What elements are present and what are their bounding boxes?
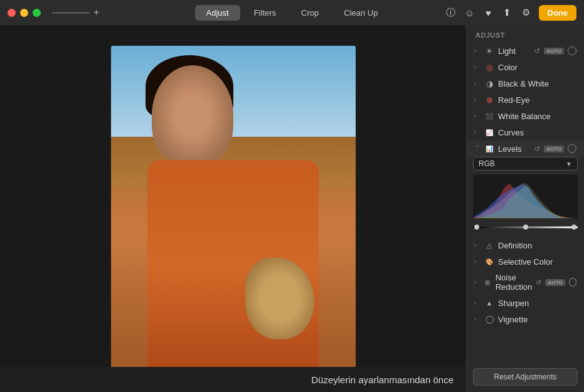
selective-color-label: Selective Color — [498, 257, 576, 267]
light-label: Light — [498, 46, 531, 56]
minimize-button[interactable] — [20, 9, 28, 17]
bw-icon: ◑ — [484, 79, 494, 88]
photo-area — [0, 25, 466, 392]
adjust-item-bw[interactable]: › ◑ Black & White — [467, 75, 584, 92]
nav-tabs: Adjust Filters Crop Clean Up — [195, 5, 390, 21]
chevron-right-icon: › — [474, 80, 480, 87]
adjust-item-sharpen[interactable]: › ▲ Sharpen — [467, 295, 584, 311]
undo-noise-icon: ↺ — [536, 278, 541, 287]
adjust-item-curves[interactable]: › 📈 Curves — [467, 124, 584, 140]
adjust-item-selective-color[interactable]: › 🎨 Selective Color — [467, 253, 584, 270]
chevron-right-icon: › — [474, 113, 480, 119]
done-button[interactable]: Done — [539, 5, 577, 21]
noise-label: Noise Reduction — [496, 273, 533, 292]
share-icon[interactable]: ⬆ — [501, 6, 514, 19]
redeye-icon: ⊗ — [484, 95, 494, 105]
sharpen-icon: ▲ — [484, 299, 494, 307]
noise-icon: ⊞ — [483, 279, 491, 286]
tab-cleanup[interactable]: Clean Up — [332, 5, 389, 21]
adjust-item-whitebalance[interactable]: › ⬛ White Balance — [467, 108, 584, 124]
curves-label: Curves — [498, 128, 576, 137]
info-icon[interactable]: ⓘ — [445, 6, 457, 19]
dropdown-arrow-icon: ▼ — [566, 161, 572, 167]
rgb-channel-select[interactable]: RGB ▼ — [473, 157, 578, 171]
titlebar-right: ⓘ ☺ ♥ ⬆ ⚙ Done — [445, 5, 577, 21]
histogram-handle-mid[interactable] — [523, 225, 528, 230]
sharpen-label: Sharpen — [498, 299, 576, 308]
tools-icon[interactable]: ⚙ — [520, 6, 533, 19]
chevron-down-icon: › — [474, 146, 480, 152]
heart-icon[interactable]: ♥ — [482, 6, 495, 19]
emoji-icon[interactable]: ☺ — [464, 6, 476, 19]
maximize-button[interactable] — [33, 9, 41, 17]
vignette-label: Vignette — [498, 315, 576, 324]
tab-adjust[interactable]: Adjust — [195, 5, 240, 21]
histogram-svg — [473, 174, 578, 218]
levels-icon: 📊 — [484, 146, 494, 152]
redeye-label: Red-Eye — [498, 95, 576, 105]
chevron-right-icon: › — [474, 300, 480, 306]
traffic-lights — [8, 9, 41, 17]
rgb-label: RGB — [479, 159, 495, 168]
photo-container — [111, 46, 356, 372]
undo-levels-icon: ↺ — [534, 145, 540, 153]
levels-label: Levels — [498, 144, 531, 154]
panel-header: ADJUST — [467, 25, 584, 43]
light-icon: ☀ — [484, 46, 494, 56]
selective-color-icon: 🎨 — [484, 258, 494, 265]
chevron-right-icon: › — [474, 48, 480, 54]
levels-section: RGB ▼ — [467, 157, 584, 237]
status-bar: Düzeylerin ayarlanmasından önce — [0, 367, 466, 392]
tab-filters[interactable]: Filters — [243, 5, 287, 21]
auto-badge-noise: AUTO — [545, 279, 565, 286]
histogram-handle-left[interactable] — [474, 225, 479, 230]
chevron-right-icon: › — [474, 279, 479, 285]
whitebalance-label: White Balance — [498, 112, 576, 121]
toggle-levels[interactable] — [568, 144, 576, 153]
adjust-list: › ☀ Light ↺ AUTO › ◎ Color › ◑ Black & W… — [467, 43, 584, 363]
caption-text: Düzeylerin ayarlanmasından önce — [311, 374, 454, 385]
zoom-plus-icon: + — [93, 7, 99, 18]
adjust-item-levels[interactable]: › 📊 Levels ↺ AUTO — [467, 140, 584, 157]
adjust-item-definition[interactable]: › △ Definition — [467, 237, 584, 253]
photo-face — [152, 65, 233, 166]
adjust-item-redeye[interactable]: › ⊗ Red-Eye — [467, 92, 584, 108]
right-panel: ADJUST › ☀ Light ↺ AUTO › ◎ Color › ◑ — [466, 25, 584, 392]
toggle-noise[interactable] — [569, 278, 576, 287]
tab-crop[interactable]: Crop — [290, 5, 330, 21]
histogram — [473, 174, 578, 218]
zoom-slider[interactable]: + — [52, 7, 99, 18]
chevron-right-icon: › — [474, 129, 480, 135]
chevron-right-icon: › — [474, 258, 480, 265]
undo-icon: ↺ — [534, 47, 540, 55]
histogram-handle-right[interactable] — [571, 225, 576, 230]
main-content: ADJUST › ☀ Light ↺ AUTO › ◎ Color › ◑ — [0, 25, 584, 392]
chevron-right-icon: › — [474, 242, 480, 248]
histogram-track — [473, 226, 578, 228]
photo-canvas — [111, 46, 356, 372]
chevron-right-icon: › — [474, 316, 480, 322]
chevron-right-icon: › — [474, 97, 480, 103]
auto-badge-levels: AUTO — [544, 146, 564, 152]
auto-badge-light: AUTO — [544, 48, 564, 55]
adjust-item-color[interactable]: › ◎ Color — [467, 59, 584, 75]
definition-label: Definition — [498, 241, 576, 250]
color-label: Color — [498, 63, 576, 72]
color-icon: ◎ — [484, 63, 494, 72]
reset-adjustments-button[interactable]: Reset Adjustments — [473, 368, 578, 386]
titlebar: + Adjust Filters Crop Clean Up ⓘ ☺ ♥ ⬆ ⚙… — [0, 0, 584, 25]
definition-icon: △ — [484, 241, 494, 250]
adjust-item-light[interactable]: › ☀ Light ↺ AUTO — [467, 43, 584, 59]
toggle-light[interactable] — [568, 46, 576, 55]
adjust-item-noise[interactable]: › ⊞ Noise Reduction ↺ AUTO — [467, 270, 584, 295]
bw-label: Black & White — [498, 79, 576, 88]
chevron-right-icon: › — [474, 64, 480, 70]
vignette-icon: ◯ — [484, 315, 494, 324]
curves-icon: 📈 — [484, 129, 494, 136]
whitebalance-icon: ⬛ — [484, 113, 494, 120]
histogram-slider[interactable] — [473, 222, 578, 232]
adjust-item-vignette[interactable]: › ◯ Vignette — [467, 311, 584, 327]
close-button[interactable] — [8, 9, 16, 17]
